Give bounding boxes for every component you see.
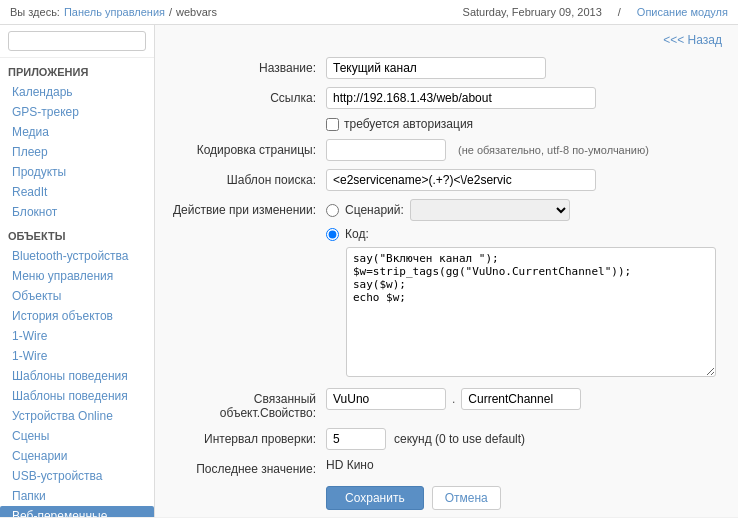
encoding-input[interactable] [326, 139, 446, 161]
button-row: Сохранить Отмена [171, 486, 722, 510]
code-radio[interactable] [326, 228, 339, 241]
back-link-container: <<< Назад [171, 33, 722, 47]
related-property-input[interactable] [461, 388, 581, 410]
auth-checkbox[interactable] [326, 118, 339, 131]
section-title-objects: ОБЪЕКТЫ [0, 222, 154, 246]
related-separator: . [452, 392, 455, 406]
topbar-right: Saturday, February 09, 2013 / Описание м… [463, 6, 728, 18]
search-template-label: Шаблон поиска: [171, 169, 326, 187]
radio-group: Сценарий: Код: say("Вклю [326, 199, 722, 380]
sidebar-item-devices-online[interactable]: Устройства Online [0, 406, 154, 426]
name-label: Название: [171, 57, 326, 75]
back-link[interactable]: <<< Назад [663, 33, 722, 47]
section-title-apps: ПРИЛОЖЕНИЯ [0, 58, 154, 82]
interval-hint: секунд (0 to use default) [394, 432, 525, 446]
related-object-label: Связанный объект.Свойство: [171, 388, 326, 420]
action-row: Действие при изменении: Сценарий: [171, 199, 722, 380]
topbar-date: Saturday, February 09, 2013 [463, 6, 602, 18]
scenario-radio-label: Сценарий: [345, 203, 404, 217]
sidebar-item-calendar[interactable]: Календарь [0, 82, 154, 102]
code-textarea-container: say("Включен канал "); $w=strip_tags(gg(… [346, 247, 722, 380]
breadcrumb: Вы здесь: Панель управления / webvars [10, 6, 217, 18]
related-row: . [326, 388, 722, 410]
sidebar-item-1wire-2[interactable]: 1-Wire [0, 346, 154, 366]
last-value-control: HD Кино [326, 458, 722, 472]
link-label: Ссылка: [171, 87, 326, 105]
interval-input-row: секунд (0 to use default) [326, 428, 722, 450]
sidebar-item-scenarios[interactable]: Сценарии [0, 446, 154, 466]
encoding-label: Кодировка страницы: [171, 139, 326, 157]
topbar: Вы здесь: Панель управления / webvars Sa… [0, 0, 738, 25]
action-control: Сценарий: Код: say("Вклю [326, 199, 722, 380]
sidebar-item-1wire-1[interactable]: 1-Wire [0, 326, 154, 346]
sidebar-item-gps[interactable]: GPS-трекер [0, 102, 154, 122]
auth-checkbox-row: требуется авторизация [171, 117, 722, 131]
sidebar-item-media[interactable]: Медиа [0, 122, 154, 142]
layout: ПРИЛОЖЕНИЯ Календарь GPS-трекер Медиа Пл… [0, 25, 738, 517]
sidebar-item-products[interactable]: Продукты [0, 162, 154, 182]
breadcrumb-link1[interactable]: Панель управления [64, 6, 165, 18]
scenario-select-container [410, 199, 570, 221]
interval-input[interactable] [326, 428, 386, 450]
sidebar-item-readit[interactable]: ReadIt [0, 182, 154, 202]
main-content: <<< Назад Название: Ссылка: требуется ав… [155, 25, 738, 517]
search-template-control [326, 169, 722, 191]
auth-label: требуется авторизация [344, 117, 473, 131]
last-value-text: HD Кино [326, 455, 374, 472]
encoding-row: Кодировка страницы: (не обязательно, utf… [171, 139, 722, 161]
code-radio-row: Код: [326, 227, 722, 241]
sidebar-item-player[interactable]: Плеер [0, 142, 154, 162]
sidebar-search-container [0, 25, 154, 58]
related-object-control: . [326, 388, 722, 410]
action-label: Действие при изменении: [171, 199, 326, 217]
interval-row: Интервал проверки: секунд (0 to use defa… [171, 428, 722, 450]
scenario-radio[interactable] [326, 204, 339, 217]
interval-label: Интервал проверки: [171, 428, 326, 446]
last-value-label: Последнее значение: [171, 458, 326, 476]
cancel-button[interactable]: Отмена [432, 486, 501, 510]
breadcrumb-sep: / [169, 6, 172, 18]
link-input[interactable] [326, 87, 596, 109]
last-value-row: Последнее значение: HD Кино [171, 458, 722, 476]
breadcrumb-current: webvars [176, 6, 217, 18]
code-textarea[interactable]: say("Включен канал "); $w=strip_tags(gg(… [346, 247, 716, 377]
sidebar-item-objects[interactable]: Объекты [0, 286, 154, 306]
sidebar: ПРИЛОЖЕНИЯ Календарь GPS-трекер Медиа Пл… [0, 25, 155, 517]
name-input[interactable] [326, 57, 546, 79]
name-row: Название: [171, 57, 722, 79]
scenario-radio-row: Сценарий: [326, 199, 722, 221]
search-template-input[interactable] [326, 169, 596, 191]
link-control [326, 87, 722, 109]
module-link[interactable]: Описание модуля [637, 6, 728, 18]
sidebar-item-control-menu[interactable]: Меню управления [0, 266, 154, 286]
save-button[interactable]: Сохранить [326, 486, 424, 510]
sidebar-item-scenes[interactable]: Сцены [0, 426, 154, 446]
sidebar-item-behavior2[interactable]: Шаблоны поведения [0, 386, 154, 406]
interval-control: секунд (0 to use default) [326, 428, 722, 450]
breadcrumb-prefix: Вы здесь: [10, 6, 60, 18]
link-row: Ссылка: [171, 87, 722, 109]
sidebar-item-behavior1[interactable]: Шаблоны поведения [0, 366, 154, 386]
sidebar-item-notepad[interactable]: Блокнот [0, 202, 154, 222]
sidebar-item-usb[interactable]: USB-устройства [0, 466, 154, 486]
related-object-input[interactable] [326, 388, 446, 410]
related-object-row: Связанный объект.Свойство: . [171, 388, 722, 420]
sidebar-item-bluetooth[interactable]: Bluetooth-устройства [0, 246, 154, 266]
encoding-control: (не обязательно, utf-8 по-умолчанию) [326, 139, 722, 161]
search-template-row: Шаблон поиска: [171, 169, 722, 191]
name-control [326, 57, 722, 79]
sidebar-item-folders[interactable]: Папки [0, 486, 154, 506]
scenario-select[interactable] [410, 199, 570, 221]
sidebar-item-history[interactable]: История объектов [0, 306, 154, 326]
code-radio-label: Код: [345, 227, 369, 241]
search-input[interactable] [8, 31, 146, 51]
encoding-hint: (не обязательно, utf-8 по-умолчанию) [458, 144, 649, 156]
sidebar-item-webvars[interactable]: Веб-переменные [0, 506, 154, 517]
